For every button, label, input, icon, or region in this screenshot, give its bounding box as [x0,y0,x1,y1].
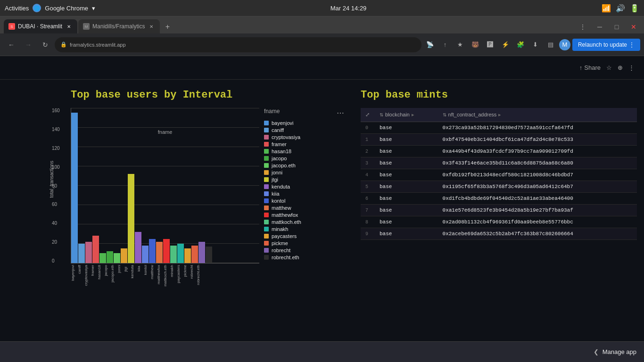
relaunch-menu-icon: ⋮ [629,41,635,48]
x-axis-label: bayenjovi [71,265,75,281]
legend-item: framer [264,141,344,147]
extension-1-icon[interactable]: 🐻 [469,38,482,51]
legend-item: bayenjovi [264,120,344,126]
address-input-field[interactable]: 🔒 framalytics.streamlit.app [55,37,421,52]
manage-app-button[interactable]: Manage app [603,348,636,355]
tab-label-2: Manidills/Framalytics [92,23,145,30]
table-row[interactable]: 2 base 0xa449b4f43d9a33fcdcf397b9cc7aa90… [361,146,637,157]
sidebar-toggle-icon[interactable]: ▤ [544,38,557,51]
profile-icon[interactable]: M [559,39,570,50]
legend-menu-icon[interactable]: ⋯ [337,108,344,117]
extension-3-icon[interactable]: ⚡ [499,38,512,51]
legend-label: robrecht [272,247,290,253]
tab-framalytics[interactable]: M Manidills/Framalytics ✕ [78,19,160,33]
chart-bar[interactable] [142,246,149,263]
chart-bar[interactable] [177,244,184,263]
toolbar-icons: 📡 ↑ ★ 🐻 🅿 ⚡ 🧩 ⬇ ▤ M Relaunch to update ⋮ [423,38,640,51]
bookmark-icon[interactable]: ★ [454,38,467,51]
reload-button[interactable]: ↻ [38,37,53,52]
expand-icon[interactable]: ⤢ [365,112,370,117]
x-label-wrapper: pickme [183,265,190,279]
chart-bar[interactable] [170,246,177,263]
x-label-wrapper: mattkoch.eth [163,265,170,288]
relaunch-button[interactable]: Relaunch to update ⋮ [572,39,640,51]
blockchain-cell: base [375,228,438,240]
blockchain-cell: base [375,134,438,146]
mints-table: ⤢ ⇅blockchain▸ ⇅nft_contract_address▸ 0 [361,108,637,240]
table-row[interactable]: 7 base 0xa1e57e6d8523fe3b9454d28a5b19e27… [361,205,637,216]
legend-color-swatch [264,163,269,168]
chart-bar[interactable] [191,246,198,263]
legend-color-swatch [264,170,269,175]
table-row[interactable]: 6 base 0xd1fcb4bdbde69f04540d2c52a81ae33… [361,193,637,205]
row-index: 8 [361,216,375,228]
tab-search-button[interactable]: ⋮ [576,20,589,33]
address-cell: 0xa449b4f43d9a33fcdcf397b9cc7aa909012709… [438,146,637,157]
chart-bar[interactable] [156,242,163,263]
table-row[interactable]: 8 base 0x2ad08b1132cb4f969361fd0aa9beeb8… [361,216,637,228]
chart-legend: fname ⋯ bayenjovicaniffcryptovasiyaframe… [264,108,344,282]
minimize-button[interactable]: ─ [593,20,606,33]
address-column-header[interactable]: ⇅nft_contract_address▸ [438,108,637,122]
url-display[interactable]: framalytics.streamlit.app [70,42,126,48]
maximize-button[interactable]: □ [610,20,623,33]
extension-2-icon[interactable]: 🅿 [484,38,497,51]
x-label-wrapper: jacopo [104,265,110,278]
github-button[interactable]: ⊕ [618,64,623,71]
y-axis-tick: 0 [52,258,60,263]
tab-close-2[interactable]: ✕ [148,23,155,30]
legend-color-swatch [264,142,269,147]
dropdown-icon[interactable]: ▾ [92,5,95,12]
x-label-wrapper: cryptovasiya [84,265,91,288]
download-icon[interactable]: ⬇ [529,38,542,51]
chart-bar[interactable] [135,232,141,263]
share-page-icon[interactable]: ↑ [438,38,452,51]
blockchain-column-header[interactable]: ⇅blockchain▸ [375,108,438,122]
chart-bar[interactable] [128,174,134,263]
table-row[interactable]: 3 base 0x3f433f14e6ace35bd11c6a8c6d8875d… [361,157,637,169]
share-button[interactable]: ↑ Share [579,64,601,71]
address-cell: 0xd1fcb4bdbde69f04540d2c52a81ae33abea464… [438,193,637,205]
chart-bar[interactable] [184,248,191,263]
chart-bar[interactable] [85,242,92,263]
table-row[interactable]: 9 base 0x2acebe69da6532c5b2ab47fc363b87c… [361,228,637,240]
chart-bar[interactable] [114,253,120,263]
table-row[interactable]: 5 base 0x1195cf65f83b3a5768f3c496d3a05ad… [361,181,637,193]
legend-color-swatch [264,135,269,140]
chart-bar[interactable] [206,247,212,263]
chart-bar[interactable] [149,239,156,263]
chart-bar[interactable] [163,239,170,263]
activities-label[interactable]: Activities [5,5,29,12]
chart-title: Top base users by Interval [71,89,344,101]
legend-label: pickme [272,240,288,246]
star-button[interactable]: ☆ [606,64,612,71]
row-index: 2 [361,146,375,157]
tab-close-1[interactable]: ✕ [65,23,73,30]
table-row[interactable]: 4 base 0xfdb192fb0213d48ecdf580c1821008d… [361,169,637,181]
chart-bar[interactable] [121,248,127,263]
wifi-icon: 📶 [602,4,611,13]
more-extensions-icon[interactable]: 🧩 [514,38,527,51]
prev-page-button[interactable]: ❮ [594,348,599,355]
cast-icon[interactable]: 📡 [423,38,437,51]
new-tab-button[interactable]: + [161,20,174,33]
chart-area [71,108,259,263]
chart-bar[interactable] [92,236,99,263]
chart-bar[interactable] [198,242,205,263]
forward-button[interactable]: → [21,37,36,52]
chart-bar[interactable] [99,253,106,263]
legend-label: jonni [272,170,282,175]
chart-bar[interactable] [107,251,113,263]
table-row[interactable]: 0 base 0x273ca93a52b817294830ed7572aa591… [361,122,637,134]
chart-bar[interactable] [78,244,85,263]
row-index: 6 [361,193,375,205]
menu-button[interactable]: ⋮ [628,64,635,71]
chart-bar[interactable] [71,113,78,263]
tab-dubai-streamlit[interactable]: S DUBAI · Streamlit ✕ [4,19,77,33]
close-window-button[interactable]: ✕ [627,20,640,33]
table-row[interactable]: 1 base 0xbf47540eb3c1404dbcf61ca47dfa2d4… [361,134,637,146]
legend-label: jacopo.eth [272,163,296,168]
x-axis-label: jonni [117,265,121,273]
back-button[interactable]: ← [4,37,19,52]
table-title: Top base mints [361,89,637,101]
